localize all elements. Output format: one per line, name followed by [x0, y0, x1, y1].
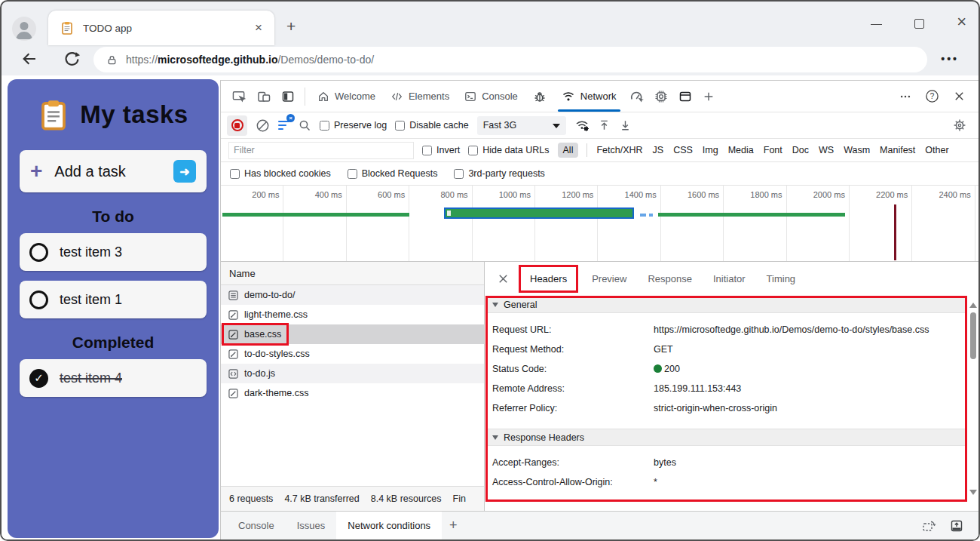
close-details-button[interactable]: [491, 272, 516, 285]
task-item[interactable]: test item 3: [20, 233, 207, 271]
window-close-button[interactable]: ×: [957, 12, 966, 32]
tab-elements[interactable]: Elements: [383, 81, 457, 112]
drawer-tab-network-conditions[interactable]: Network conditions: [336, 512, 442, 539]
filter-type[interactable]: Wasm: [843, 145, 871, 155]
network-overview-timeline[interactable]: 200 ms 400 ms 600 ms 800 ms 1000 ms 1200…: [221, 186, 978, 262]
maximize-button[interactable]: [914, 19, 924, 29]
clear-button[interactable]: [256, 118, 270, 133]
filter-type-all[interactable]: All: [558, 143, 579, 158]
tab-preview[interactable]: Preview: [581, 273, 637, 284]
help-icon[interactable]: ?: [920, 89, 945, 103]
task-item[interactable]: test item 1: [20, 281, 207, 318]
scroll-up-icon[interactable]: [969, 299, 977, 308]
has-blocked-cookies-checkbox[interactable]: Has blocked cookies: [230, 168, 331, 179]
inspect-element-button[interactable]: [227, 90, 252, 103]
filter-type[interactable]: Manifest: [879, 145, 916, 155]
devtools-drawer: Console Issues Network conditions +: [221, 511, 978, 539]
performance-icon[interactable]: [624, 90, 649, 103]
filter-type[interactable]: WS: [818, 145, 835, 155]
tab-headers[interactable]: Headers: [519, 265, 578, 293]
invert-checkbox[interactable]: Invert: [422, 145, 460, 155]
tab-initiator[interactable]: Initiator: [703, 273, 756, 284]
add-task-button[interactable]: + Add a task ➜: [20, 150, 207, 192]
request-row[interactable]: to-do-styles.css: [221, 344, 484, 364]
task-checkbox-icon[interactable]: [29, 290, 48, 309]
layout-drawer-icon[interactable]: [673, 90, 697, 103]
filter-type[interactable]: Other: [924, 145, 949, 155]
profile-avatar[interactable]: [12, 17, 36, 41]
response-headers-section-header[interactable]: Response Headers: [485, 429, 967, 446]
filter-type[interactable]: CSS: [672, 145, 694, 155]
request-rows: demo-to-do/ light-theme.css: [221, 285, 484, 403]
network-settings-gear-icon[interactable]: [953, 118, 972, 132]
drawer-tab-issues[interactable]: Issues: [286, 512, 337, 539]
scrollbar-thumb[interactable]: [970, 312, 976, 359]
disclosure-triangle-icon: [492, 303, 498, 310]
name-column-header[interactable]: Name: [221, 262, 484, 285]
filter-type[interactable]: Font: [763, 145, 783, 155]
tab-console[interactable]: Console: [457, 81, 525, 112]
tab-close-icon[interactable]: ×: [252, 20, 265, 35]
general-section-header[interactable]: General: [485, 296, 967, 313]
drawer-tab-console[interactable]: Console: [227, 512, 286, 539]
devtools-more-button[interactable]: [894, 91, 917, 103]
search-button[interactable]: [298, 118, 311, 132]
panel-layout-button[interactable]: [276, 90, 300, 103]
browser-menu-button[interactable]: •••: [941, 53, 959, 65]
memory-chip-icon[interactable]: [649, 90, 673, 103]
task-item-completed[interactable]: ✓ test item 4: [20, 359, 207, 397]
new-tab-button[interactable]: +: [286, 20, 296, 33]
devtools-close-button[interactable]: [948, 90, 971, 103]
disable-cache-checkbox[interactable]: Disable cache: [395, 120, 469, 131]
filter-type[interactable]: JS: [652, 145, 665, 155]
section-title: General: [504, 300, 537, 310]
checkbox-icon: [395, 121, 405, 131]
refresh-button[interactable]: [63, 51, 81, 68]
filter-type[interactable]: Media: [727, 145, 755, 155]
tab-welcome[interactable]: Welcome: [310, 81, 383, 112]
tab-network[interactable]: Network: [554, 81, 624, 112]
timeline-tick: 800 ms: [409, 186, 472, 261]
device-emulation-button[interactable]: [252, 90, 276, 103]
filter-type[interactable]: Fetch/XHR: [596, 145, 643, 155]
record-button[interactable]: [227, 115, 247, 136]
filter-type[interactable]: Doc: [792, 145, 810, 155]
device-frame-icon[interactable]: [922, 519, 936, 533]
dock-panel-icon[interactable]: [950, 519, 963, 533]
tab-timing[interactable]: Timing: [756, 273, 807, 284]
submit-task-button[interactable]: ➜: [173, 160, 196, 183]
header-value: *: [654, 476, 958, 489]
minimize-button[interactable]: [871, 24, 882, 25]
tab-strip: TODO app × + ×: [2, 2, 978, 45]
drawer-add-tab-button[interactable]: +: [442, 518, 465, 533]
request-row[interactable]: to-do.js: [221, 364, 484, 383]
task-checked-icon[interactable]: ✓: [29, 369, 48, 388]
request-row[interactable]: light-theme.css: [221, 305, 484, 324]
address-bar[interactable]: https://microsoftedge.github.io/Demos/de…: [93, 47, 927, 72]
import-har-icon[interactable]: [598, 118, 611, 132]
filter-input[interactable]: [228, 142, 414, 159]
more-tabs-button[interactable]: [697, 91, 720, 103]
blocked-requests-checkbox[interactable]: Blocked Requests: [348, 168, 438, 179]
filter-type[interactable]: Img: [702, 145, 719, 155]
scroll-down-icon[interactable]: [969, 490, 977, 499]
request-row[interactable]: demo-to-do/: [221, 285, 484, 305]
tab-label: Console: [482, 91, 518, 102]
network-conditions-icon[interactable]: [574, 118, 590, 132]
task-label: test item 1: [60, 292, 122, 308]
third-party-requests-checkbox[interactable]: 3rd-party requests: [454, 168, 544, 179]
throttling-select[interactable]: Fast 3G: [477, 116, 566, 135]
request-row-selected[interactable]: base.css: [221, 324, 484, 344]
request-row[interactable]: dark-theme.css: [221, 383, 484, 403]
task-checkbox-icon[interactable]: [29, 243, 48, 262]
tab-debugger[interactable]: [525, 81, 554, 112]
export-har-icon[interactable]: [619, 118, 632, 132]
preserve-log-checkbox[interactable]: Preserve log: [320, 120, 387, 131]
scrollbar[interactable]: [968, 296, 978, 502]
hide-data-urls-checkbox[interactable]: Hide data URLs: [468, 145, 549, 155]
browser-tab[interactable]: TODO app ×: [48, 11, 274, 45]
back-button[interactable]: [21, 51, 38, 67]
checkbox-label: Blocked Requests: [362, 168, 438, 179]
tab-response[interactable]: Response: [637, 273, 703, 284]
filter-toggle-button[interactable]: ×: [278, 118, 289, 132]
